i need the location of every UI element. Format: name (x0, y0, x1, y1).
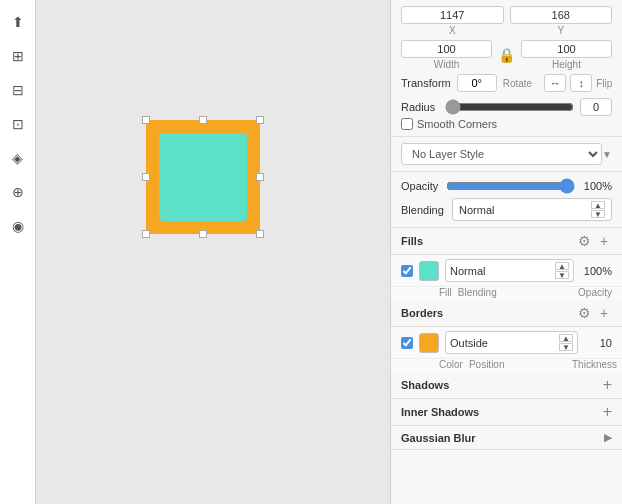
shape-outer (146, 120, 260, 234)
handle-tc[interactable] (199, 116, 207, 124)
layer-style-chevron-icon: ▼ (602, 149, 612, 160)
fill-col-blend-label: Blending (458, 287, 566, 298)
toolbar-icon-export[interactable]: ⬆ (4, 8, 32, 36)
size-height-input[interactable] (521, 40, 612, 58)
border-stepper[interactable]: ▲ ▼ (559, 334, 573, 351)
position-x-input[interactable] (401, 6, 504, 24)
gaussian-blur-arrow-icon[interactable]: ▶ (604, 431, 612, 444)
border-step-up[interactable]: ▲ (559, 334, 573, 342)
opacity-slider[interactable] (446, 178, 575, 194)
border-color-swatch[interactable] (419, 333, 439, 353)
layer-style-section: No Layer Style ▼ (391, 137, 622, 172)
fill-col-fill-label: Fill (439, 287, 452, 298)
blending-stepper[interactable]: ▲ ▼ (591, 201, 605, 218)
toolbar-icon-align[interactable]: ⊟ (4, 76, 32, 104)
fills-add-btn[interactable]: + (596, 233, 612, 249)
borders-actions: ⚙ + (576, 305, 612, 321)
size-width-label: Width (401, 59, 492, 70)
handle-ml[interactable] (142, 173, 150, 181)
border-col-labels: Color Position Thickness (391, 359, 622, 372)
opacity-label: Opacity (401, 180, 440, 192)
position-section: X Y Width 🔒 Height Transform Rotate (391, 0, 622, 137)
fill-col-labels: Fill Blending Opacity (391, 287, 622, 300)
fill-blending-value: Normal (450, 265, 555, 277)
handle-bc[interactable] (199, 230, 207, 238)
fill-col-opacity-label: Opacity (572, 287, 612, 298)
transform-label: Transform (401, 77, 451, 89)
canvas-area (36, 0, 390, 504)
fill-opacity-value: 100% (580, 265, 612, 277)
border-step-down[interactable]: ▼ (559, 343, 573, 351)
shadows-title: Shadows (401, 379, 449, 391)
shadows-section: Shadows + (391, 372, 622, 399)
gaussian-blur-section: Gaussian Blur ▶ (391, 426, 622, 450)
blending-label: Blending (401, 204, 446, 216)
handle-br[interactable] (256, 230, 264, 238)
position-y-group: Y (510, 6, 613, 36)
fill-item: Normal ▲ ▼ 100% (391, 255, 622, 287)
handle-mr[interactable] (256, 173, 264, 181)
fill-step-down[interactable]: ▼ (555, 271, 569, 279)
borders-settings-btn[interactable]: ⚙ (576, 305, 592, 321)
position-x-label: X (401, 25, 504, 36)
position-y-input[interactable] (510, 6, 613, 24)
fill-step-up[interactable]: ▲ (555, 262, 569, 270)
border-position-container: Outside ▲ ▼ (445, 331, 578, 354)
handle-tr[interactable] (256, 116, 264, 124)
blending-step-down[interactable]: ▼ (591, 210, 605, 218)
right-panel: X Y Width 🔒 Height Transform Rotate (390, 0, 622, 504)
smooth-corners-checkbox[interactable] (401, 118, 413, 130)
opacity-value: 100% (581, 180, 612, 192)
fill-blending-container: Normal ▲ ▼ (445, 259, 574, 282)
fill-stepper[interactable]: ▲ ▼ (555, 262, 569, 279)
opacity-section: Opacity 100% Blending Normal ▲ ▼ (391, 172, 622, 228)
border-thickness-value: 10 (584, 337, 612, 349)
fills-title: Fills (401, 235, 423, 247)
border-item: Outside ▲ ▼ 10 (391, 327, 622, 359)
radius-slider[interactable] (445, 101, 574, 113)
size-height-label: Height (521, 59, 612, 70)
position-x-group: X (401, 6, 504, 36)
gaussian-blur-title: Gaussian Blur (401, 432, 476, 444)
rotate-input[interactable] (457, 74, 497, 92)
toolbar-icon-distribute[interactable]: ⊡ (4, 110, 32, 138)
inner-shadows-add-btn[interactable]: + (603, 404, 612, 420)
handle-bl[interactable] (142, 230, 150, 238)
border-enabled-checkbox[interactable] (401, 337, 413, 349)
borders-header: Borders ⚙ + (391, 300, 622, 327)
border-col-position-label: Position (469, 359, 566, 370)
borders-add-btn[interactable]: + (596, 305, 612, 321)
toolbar-icon-mask[interactable]: ⊕ (4, 178, 32, 206)
lock-icon[interactable]: 🔒 (498, 40, 515, 70)
flip-horizontal-btn[interactable]: ↔ (544, 74, 566, 92)
smooth-corners-label: Smooth Corners (417, 118, 497, 130)
radius-label: Radius (401, 101, 439, 113)
fills-settings-btn[interactable]: ⚙ (576, 233, 592, 249)
fill-color-swatch[interactable] (419, 261, 439, 281)
border-position-value: Outside (450, 337, 559, 349)
size-width-group: Width (401, 40, 492, 70)
blending-step-up[interactable]: ▲ (591, 201, 605, 209)
toolbar-icon-grid[interactable]: ⊞ (4, 42, 32, 70)
fills-header: Fills ⚙ + (391, 228, 622, 255)
toolbar-icon-style[interactable]: ◉ (4, 212, 32, 240)
size-height-group: Height (521, 40, 612, 70)
radius-input[interactable] (580, 98, 612, 116)
inner-shadows-title: Inner Shadows (401, 406, 479, 418)
toolbar: ⬆ ⊞ ⊟ ⊡ ◈ ⊕ ◉ (0, 0, 36, 504)
border-col-thickness-label: Thickness (572, 359, 612, 370)
fill-enabled-checkbox[interactable] (401, 265, 413, 277)
flip-vertical-btn[interactable]: ↕ (570, 74, 592, 92)
border-col-color-label: Color (439, 359, 463, 370)
rotate-label: Rotate (503, 78, 532, 89)
flip-label: Flip (596, 78, 612, 89)
shape-container[interactable] (146, 120, 260, 234)
layer-style-select[interactable]: No Layer Style (401, 143, 602, 165)
position-y-label: Y (510, 25, 613, 36)
toolbar-icon-symbol[interactable]: ◈ (4, 144, 32, 172)
shadows-add-btn[interactable]: + (603, 377, 612, 393)
handle-tl[interactable] (142, 116, 150, 124)
fills-actions: ⚙ + (576, 233, 612, 249)
shape-inner (159, 133, 247, 221)
size-width-input[interactable] (401, 40, 492, 58)
